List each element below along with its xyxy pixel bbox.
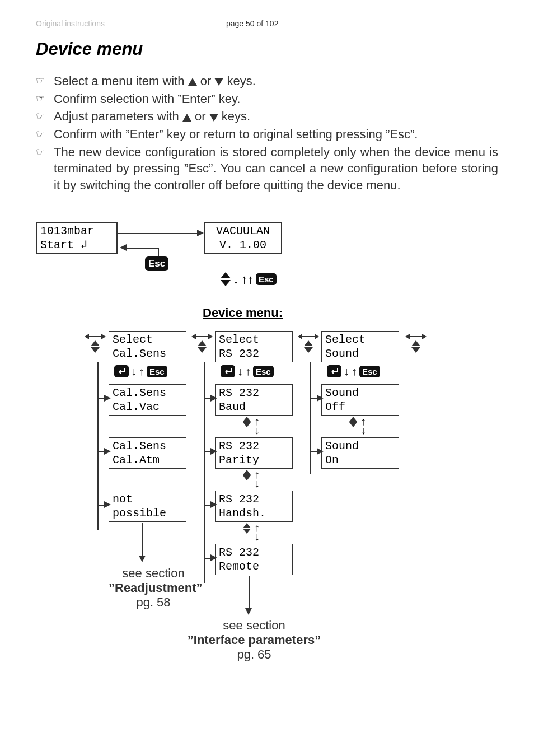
updown-arrow-icon: ↑↓ [254,417,260,435]
readjustment-page: pg. 58 [109,595,198,610]
enter-key-icon [114,365,129,377]
pointer-icon: ☞ [36,108,54,125]
sound-on: Sound On [321,437,399,469]
calsens-calatm: Cal.Sens Cal.Atm [109,437,186,469]
up-triangle-icon [188,78,197,86]
updown-icon [243,470,251,480]
instruction-3: Adjust parameters with or keys. [54,108,498,125]
esc-key-icon: Esc [256,273,277,285]
calsens-calvac: Cal.Sens Cal.Vac [109,384,186,416]
sound-off: Sound Off [321,384,399,416]
esc-key-icon: Esc [359,366,380,377]
pointer-icon: ☞ [36,126,54,143]
instruction-1: Select a menu item with or keys. [54,73,498,90]
header-page-number: page 50 of 102 [226,19,278,28]
rs232-handsh: RS 232 Handsh. [215,491,293,522]
not-possible: not possible [109,491,186,522]
interface-parameters-page: pg. 65 [170,647,338,662]
up-triangle-icon [182,114,191,122]
see-section-label: see section [109,566,198,581]
down-arrow-icon [233,272,239,287]
up-arrow-icon: ↑ [352,365,357,378]
up-arrow-icon: ↑ [139,365,144,378]
device-menu-diagram: 1013mbar Start ↲ Esc VACUULAN V. 1.00 ↑ … [36,216,498,703]
updown-icon [243,523,251,534]
up-arrow-icon: ↑ [245,365,251,378]
page-header: Original instructions page 50 of 102 [36,19,498,28]
down-triangle-icon [214,78,223,86]
esc-key-icon: Esc [145,256,168,271]
display-start: 1013mbar Start ↲ [36,222,118,254]
enter-key-icon [221,365,235,377]
updown-icon [349,417,357,427]
down-triangle-icon [209,114,218,122]
page-title: Device menu [36,39,498,59]
nav-leftright-updown-icon [85,334,106,353]
instruction-2: Confirm selection with ”Enter” key. [54,91,498,108]
up-arrow-icon: ↑ [241,272,254,287]
select-sound: Select Sound [321,331,399,362]
pointer-icon: ☞ [36,144,54,194]
esc-key-icon: Esc [147,366,167,377]
instructions-list: ☞ Select a menu item with or keys. ☞ Con… [36,73,498,194]
down-arrow-icon: ↓ [237,365,243,378]
header-left: Original instructions [36,19,226,28]
esc-key-icon: Esc [253,366,274,377]
updown-arrow-icon: ↑↓ [360,417,366,435]
rs232-remote: RS 232 Remote [215,544,293,575]
arrow-down-icon [245,608,252,615]
down-arrow-icon: ↓ [131,365,137,378]
display-vacuulan: VACUULAN V. 1.00 [204,222,282,254]
nav-leftright-updown-icon [298,334,319,353]
select-calsens: Select Cal.Sens [109,331,186,362]
arrow-left-icon [120,244,127,251]
readjustment-ref: ”Readjustment” [109,581,198,595]
rs232-baud: RS 232 Baud [215,384,293,416]
nav-leftright-updown-icon [405,334,427,353]
see-section-label: see section [170,618,338,633]
enter-key-icon [327,365,341,377]
select-rs232: Select RS 232 [215,331,293,362]
pointer-icon: ☞ [36,91,54,108]
rs232-parity: RS 232 Parity [215,437,293,469]
instruction-4: Confirm with ”Enter” key or return to or… [54,126,498,143]
updown-arrow-icon: ↑↓ [254,470,260,488]
pointer-icon: ☞ [36,73,54,90]
instruction-5: The new device configuration is stored c… [54,144,498,194]
interface-parameters-ref: ”Interface parameters” [170,633,338,647]
updown-icon [243,417,251,427]
arrow-right-icon [197,230,204,236]
down-arrow-icon: ↓ [344,365,349,378]
nav-leftright-updown-icon [191,334,213,353]
updown-arrow-icon: ↑↓ [254,523,260,541]
device-menu-label: Device menu: [203,306,283,320]
arrow-down-icon [139,556,146,562]
updown-icon [221,272,231,286]
